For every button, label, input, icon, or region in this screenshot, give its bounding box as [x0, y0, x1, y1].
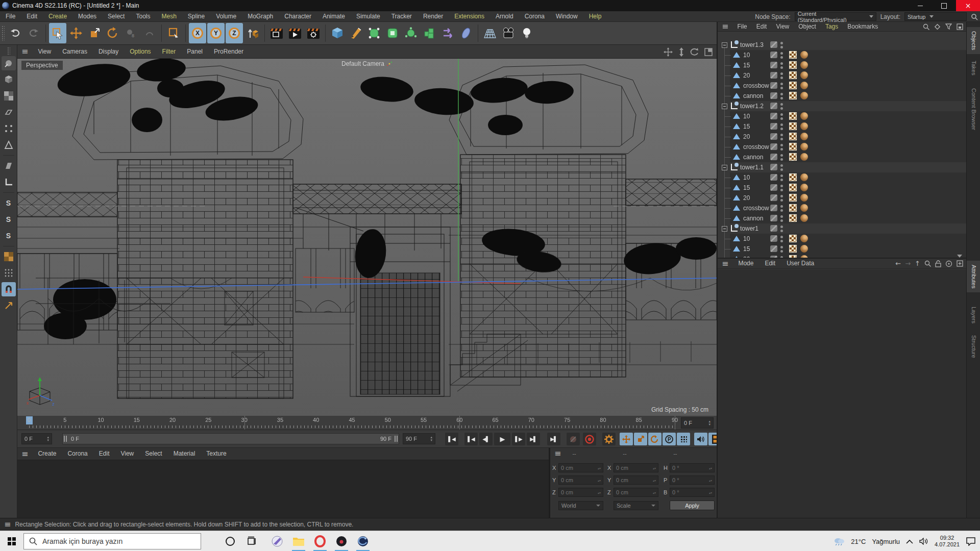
tab-structure[interactable]: Structure [967, 331, 980, 362]
scale-y-field[interactable]: 0 cm▴▾ [614, 475, 658, 485]
fields-button[interactable] [439, 23, 456, 43]
frame-range-scrubber[interactable]: 0 F 90 F [62, 433, 399, 444]
collapse-icon[interactable] [722, 104, 727, 109]
taskbar-app-explorer[interactable] [288, 531, 309, 551]
phong-tag-icon[interactable] [800, 112, 808, 120]
object-name[interactable]: crossbow [743, 205, 769, 212]
menu-item[interactable]: Extensions [449, 11, 490, 22]
layer-toggle-icon[interactable] [770, 194, 777, 201]
object-tree-child-row[interactable]: 10 [718, 172, 967, 183]
layer-toggle-icon[interactable] [770, 113, 777, 119]
menu-item[interactable]: File [0, 11, 21, 22]
snap-grid-button[interactable] [2, 266, 16, 280]
search-icon[interactable] [923, 23, 929, 30]
object-tree-child-row[interactable]: 10 [718, 234, 967, 244]
redo-button[interactable] [25, 23, 42, 43]
menu-item[interactable]: Corona [519, 11, 550, 22]
maximize-button[interactable] [932, 0, 956, 11]
node-space-select[interactable]: Current (Standard/Physical) [795, 12, 876, 21]
render-to-picture-viewer-button[interactable] [286, 23, 304, 43]
menu-item[interactable]: Cameras [57, 46, 93, 57]
object-tree-child-row[interactable]: 10 [718, 111, 967, 121]
visibility-dots-icon[interactable] [780, 83, 783, 85]
menu-item[interactable]: Render [418, 11, 449, 22]
toolbar-drag-handle[interactable] [2, 26, 5, 41]
record-keyframe-button[interactable] [583, 433, 596, 445]
menu-item[interactable]: Mode [732, 258, 759, 269]
layer-toggle-icon[interactable] [770, 225, 777, 232]
render-settings-button[interactable] [305, 23, 322, 43]
menu-item[interactable]: Window [550, 11, 583, 22]
object-name[interactable]: tower1.2 [740, 103, 764, 110]
status-menu-icon[interactable]: ≡ [0, 520, 15, 529]
phong-tag-icon[interactable] [800, 235, 808, 242]
viewport-solo-hierarchy-button[interactable]: S [2, 229, 16, 243]
layer-toggle-icon[interactable] [770, 205, 777, 211]
search-icon[interactable] [971, 13, 978, 20]
phong-tag-icon[interactable] [800, 71, 808, 79]
autokey-button[interactable] [602, 433, 616, 445]
taskbar-clock[interactable]: 09:32 4.07.2021 [935, 535, 960, 548]
key-scale-toggle[interactable] [634, 433, 647, 445]
menu-item[interactable]: Character [279, 11, 317, 22]
frame-icon[interactable] [957, 23, 963, 30]
phong-tag-icon[interactable] [800, 184, 808, 191]
menu-item[interactable]: Panel [181, 46, 208, 57]
previous-key-button[interactable]: ▌◀ [464, 433, 478, 445]
volume-icon[interactable] [919, 538, 928, 545]
object-name[interactable]: tower1 [740, 225, 758, 232]
phong-tag-icon[interactable] [800, 122, 808, 130]
taskbar-app-opera[interactable] [309, 531, 331, 551]
menu-item[interactable]: Edit [21, 11, 43, 22]
visibility-dots-icon[interactable] [780, 52, 783, 55]
grayed-tool[interactable] [141, 23, 158, 43]
toggle-view-icon[interactable] [704, 48, 713, 56]
notification-icon[interactable] [966, 537, 976, 546]
scale-z-field[interactable]: 0 cm▴▾ [614, 488, 658, 497]
object-tree-group-row[interactable]: tower1.1 [718, 162, 967, 172]
enable-axis-button[interactable] [2, 175, 16, 189]
layout-select[interactable]: Startup [904, 12, 967, 21]
phong-tag-icon[interactable] [800, 143, 808, 151]
object-tree-child-row[interactable]: cannon [718, 91, 967, 101]
move-tool[interactable] [67, 23, 85, 43]
z-axis-lock-button[interactable]: Z [226, 23, 243, 43]
texture-tag-icon[interactable] [789, 61, 797, 69]
texture-tag-icon[interactable] [789, 173, 797, 181]
menu-item[interactable]: ProRender [208, 46, 249, 57]
visibility-dots-icon[interactable] [780, 215, 783, 218]
menu-item[interactable]: Animate [317, 11, 351, 22]
visibility-dots-icon[interactable] [780, 93, 783, 95]
texture-tag-icon[interactable] [789, 71, 797, 79]
texture-tag-icon[interactable] [789, 51, 797, 59]
phong-tag-icon[interactable] [800, 204, 808, 212]
object-tree-child-row[interactable]: 20 [718, 70, 967, 81]
visibility-dots-icon[interactable] [780, 185, 783, 187]
layer-toggle-icon[interactable] [770, 72, 777, 79]
phong-tag-icon[interactable] [800, 173, 808, 181]
material-menu-icon[interactable]: ≡ [17, 450, 32, 458]
phong-tag-icon[interactable] [800, 214, 808, 222]
menu-item[interactable]: Select [102, 11, 130, 22]
rotate-view-icon[interactable] [690, 47, 699, 57]
palette-drag-handle[interactable] [7, 47, 10, 55]
play-button[interactable]: ▶ [494, 433, 510, 445]
visibility-dots-icon[interactable] [780, 195, 783, 197]
object-tree-child-row[interactable]: crossbow [718, 142, 967, 152]
taskbar-app-cinema4d[interactable] [352, 531, 374, 551]
visibility-dots-icon[interactable] [780, 174, 783, 177]
x-axis-lock-button[interactable]: X [189, 23, 206, 43]
sound-toggle[interactable] [694, 433, 707, 445]
minimize-button[interactable] [908, 0, 932, 11]
texture-tag-icon[interactable] [789, 194, 797, 202]
object-tree-child-row[interactable]: cannon [718, 213, 967, 223]
coordinates-menu-icon[interactable]: ≡ [550, 449, 565, 458]
object-tree-child-row[interactable]: 20 [718, 132, 967, 142]
rot-b-field[interactable]: 0 °▴▾ [670, 488, 715, 497]
texture-tag-icon[interactable] [789, 82, 797, 89]
menu-item[interactable]: Corona [62, 448, 93, 459]
texture-tag-icon[interactable] [789, 214, 797, 222]
visibility-dots-icon[interactable] [780, 72, 783, 75]
target-icon[interactable] [945, 260, 952, 267]
object-tree-child-row[interactable]: crossbow [718, 81, 967, 91]
